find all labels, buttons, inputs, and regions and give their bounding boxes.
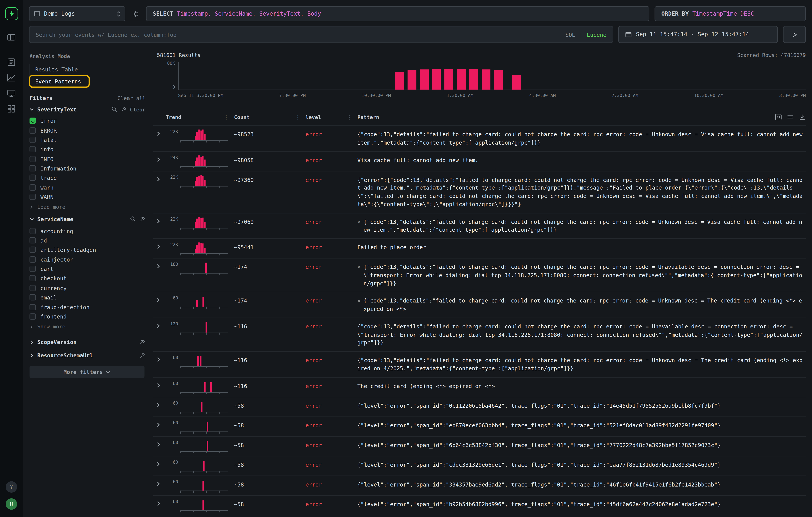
sql-select-editor[interactable]: SELECT Timestamp, ServiceName, SeverityT…	[146, 6, 649, 21]
table-row[interactable]: 60 ~58 error {"level":"error","span_id":…	[153, 495, 806, 515]
filter-option-email[interactable]: email	[30, 293, 145, 302]
search-input[interactable]	[36, 31, 561, 38]
source-select[interactable]: Demo Logs	[29, 6, 125, 21]
histogram-bar[interactable]	[395, 72, 404, 90]
filter-option-currency[interactable]: currency	[30, 283, 145, 293]
filter-option-checkout[interactable]: checkout	[30, 274, 145, 283]
help-button[interactable]: ?	[6, 481, 17, 493]
filter-option-artillery-loadgen[interactable]: artillery-loadgen	[30, 245, 145, 255]
download-icon[interactable]	[799, 114, 806, 121]
row-expand-button[interactable]	[153, 321, 166, 328]
time-range-picker[interactable]: Sep 11 15:47:14 - Sep 12 15:47:14	[618, 26, 778, 43]
row-expand-button[interactable]	[153, 355, 166, 362]
filter-option-INFO[interactable]: INFO	[30, 154, 145, 164]
code-view-icon[interactable]	[775, 114, 782, 121]
dismiss-icon[interactable]: ×	[357, 297, 360, 305]
table-row[interactable]: 60 ~58 error {"level":"error","span_id":…	[153, 475, 806, 495]
dismiss-icon[interactable]: ×	[357, 218, 360, 226]
filter-option-Information[interactable]: Information	[30, 164, 145, 173]
service-pin-button[interactable]	[139, 216, 146, 223]
table-row[interactable]: 180 ~174 error × {"code":13,"details":"f…	[153, 258, 806, 292]
mode-lucene-toggle[interactable]: Lucene	[587, 31, 606, 38]
column-grip-icon[interactable]: ⋮	[224, 114, 229, 120]
table-row[interactable]: 22K ~95441 error Failed to place order	[153, 238, 806, 258]
nav-search-logs[interactable]	[7, 58, 16, 67]
table-row[interactable]: 120 ~116 error {"code":13,"details":"fai…	[153, 317, 806, 351]
filter-option-fraud-detection[interactable]: fraud-detection	[30, 302, 145, 312]
histogram-bar[interactable]	[494, 70, 503, 89]
nav-chart-explorer[interactable]	[7, 73, 16, 82]
column-grip-icon[interactable]: ⋮	[347, 114, 352, 120]
row-expand-button[interactable]	[153, 262, 166, 269]
severity-clear-link[interactable]: Clear	[130, 107, 145, 112]
filter-option-warn[interactable]: warn	[30, 183, 145, 192]
histogram-bar[interactable]	[444, 69, 453, 90]
table-row[interactable]: 22K ~97069 error × {"code":13,"details":…	[153, 212, 806, 238]
histogram-bar[interactable]	[512, 75, 521, 90]
clear-all-link[interactable]: Clear all	[117, 95, 145, 101]
mode-sql-toggle[interactable]: SQL	[566, 31, 575, 38]
app-logo[interactable]	[5, 7, 18, 20]
table-row[interactable]: 24K ~98058 error Visa cache full: cannot…	[153, 151, 806, 171]
severity-search-button[interactable]	[111, 106, 117, 112]
more-filters-button[interactable]: More filters	[30, 366, 145, 378]
service-group-header[interactable]: ServiceName	[30, 216, 145, 223]
row-expand-button[interactable]	[153, 242, 166, 249]
histogram-plot[interactable]	[178, 62, 806, 90]
table-row[interactable]: 60 ~116 error {"code":13,"details":"fail…	[153, 351, 806, 377]
filter-option-cainjector[interactable]: cainjector	[30, 255, 145, 264]
row-expand-button[interactable]	[153, 129, 166, 136]
histogram-bar[interactable]	[432, 69, 441, 89]
row-expand-button[interactable]	[153, 295, 166, 303]
sidebar-toggle-button[interactable]	[7, 33, 16, 42]
row-expand-button[interactable]	[153, 216, 166, 224]
row-expand-button[interactable]	[153, 459, 166, 466]
row-expand-button[interactable]	[153, 479, 166, 486]
filter-option-error[interactable]: error	[30, 116, 145, 125]
scope-version-pin-button[interactable]	[139, 339, 146, 345]
histogram-bar[interactable]	[482, 69, 490, 89]
row-expand-button[interactable]	[153, 439, 166, 447]
row-expand-button[interactable]	[153, 400, 166, 407]
filter-option-accounting[interactable]: accounting	[30, 226, 145, 236]
table-row[interactable]: 22K ~98523 error {"code":13,"details":"f…	[153, 125, 806, 151]
filter-option-ERROR[interactable]: ERROR	[30, 125, 145, 135]
table-row[interactable]: 60 ~58 error {"level":"error","span_id":…	[153, 456, 806, 475]
severity-group-header[interactable]: SeverityText Clear	[30, 106, 145, 112]
histogram-bar[interactable]	[457, 69, 466, 90]
run-query-button[interactable]	[783, 26, 806, 43]
scope-version-group-header[interactable]: ScopeVersion	[30, 339, 145, 345]
table-row[interactable]: 60 ~58 error {"level":"error","span_id":…	[153, 436, 806, 456]
user-avatar[interactable]: U	[6, 498, 17, 510]
severity-pin-button[interactable]	[120, 106, 127, 112]
table-row[interactable]: 22K ~97360 error {"error":{"code":13,"de…	[153, 171, 806, 212]
analysis-mode-event-patterns[interactable]: Event Patterns	[30, 76, 88, 86]
filter-option-ad[interactable]: ad	[30, 236, 145, 245]
analysis-mode-results-table[interactable]: Results Table	[30, 64, 78, 75]
source-settings-button[interactable]	[130, 6, 141, 21]
filter-option-WARN[interactable]: WARN	[30, 192, 145, 202]
column-grip-icon[interactable]: ⋮	[295, 114, 300, 120]
filter-option-fatal[interactable]: fatal	[30, 135, 145, 145]
severity-load-more[interactable]: Load more	[30, 202, 145, 212]
service-search-button[interactable]	[130, 216, 136, 223]
service-show-more[interactable]: Show more	[30, 321, 145, 332]
table-row[interactable]: 60 ~58 error {"level":"error","span_id":…	[153, 397, 806, 416]
list-view-icon[interactable]	[787, 114, 794, 121]
filter-option-frontend[interactable]: frontend	[30, 312, 145, 321]
resource-schema-url-pin-button[interactable]	[139, 352, 146, 359]
row-expand-button[interactable]	[153, 174, 166, 181]
table-row[interactable]: 60 ~116 error The credit card (ending <*…	[153, 377, 806, 396]
row-expand-button[interactable]	[153, 498, 166, 506]
nav-dashboards[interactable]	[7, 104, 16, 114]
table-row[interactable]: 60 ~174 error × {"code":13,"details":"fa…	[153, 292, 806, 318]
resource-schema-url-group-header[interactable]: ResourceSchemaUrl	[30, 352, 145, 359]
dismiss-icon[interactable]: ×	[357, 263, 360, 271]
histogram-bar[interactable]	[469, 69, 478, 89]
table-row[interactable]: 60 ~58 error {"level":"error","span_id":…	[153, 416, 806, 436]
row-expand-button[interactable]	[153, 420, 166, 427]
row-expand-button[interactable]	[153, 380, 166, 387]
filter-option-info[interactable]: info	[30, 145, 145, 154]
histogram-bar[interactable]	[408, 70, 416, 89]
filter-option-trace[interactable]: trace	[30, 173, 145, 183]
